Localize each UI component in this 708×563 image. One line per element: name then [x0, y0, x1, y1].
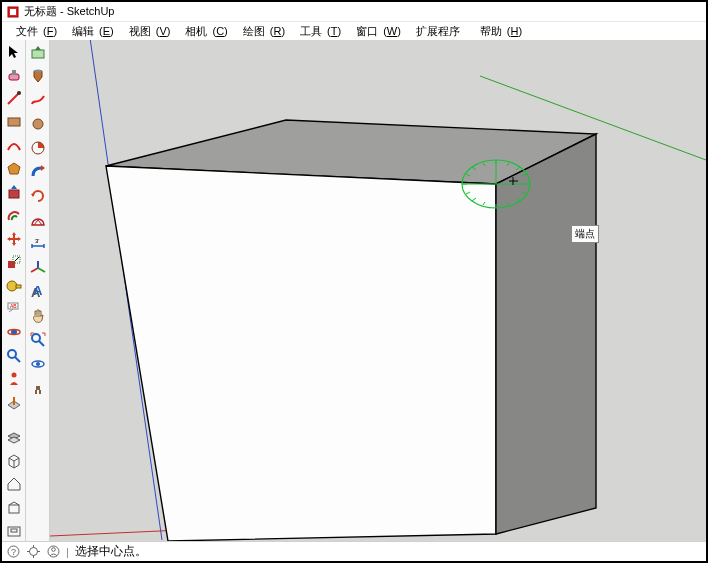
move-tool-icon[interactable]: [4, 229, 24, 248]
svg-point-58: [29, 548, 37, 556]
body: AB 3' AA: [2, 40, 706, 541]
carton-panel-icon[interactable]: [4, 498, 24, 517]
credit-icon[interactable]: [46, 545, 60, 559]
svg-text:A: A: [33, 284, 43, 298]
svg-marker-34: [496, 134, 596, 534]
svg-point-16: [8, 350, 16, 358]
axes-tool-icon[interactable]: [28, 258, 48, 278]
freehand-tool-icon[interactable]: [28, 90, 48, 110]
svg-rect-8: [8, 261, 15, 268]
paint-tool-icon[interactable]: [28, 66, 48, 86]
rectangle-tool-icon[interactable]: [4, 112, 24, 131]
menu-file[interactable]: 文件(F): [6, 24, 62, 39]
select-tool-icon[interactable]: [4, 42, 24, 61]
help-icon[interactable]: ?: [6, 545, 20, 559]
window-title: 无标题 - SketchUp: [24, 4, 114, 19]
3dtext-tool-icon[interactable]: AA: [28, 282, 48, 302]
statusbar: ? | 选择中心点。: [2, 541, 706, 561]
svg-rect-5: [8, 118, 20, 126]
svg-rect-1: [10, 9, 16, 15]
svg-rect-3: [12, 70, 16, 75]
scene-svg: [50, 40, 706, 541]
app-window: 无标题 - SketchUp 文件(F) 编辑(E) 视图(V) 相机(C) 绘…: [0, 0, 708, 563]
orbit-tool-icon[interactable]: [4, 323, 24, 342]
svg-point-22: [34, 70, 42, 73]
svg-point-23: [33, 119, 43, 129]
inference-tooltip: 端点: [571, 225, 599, 243]
circle-tool-icon[interactable]: [28, 114, 48, 134]
menu-ext[interactable]: 扩展程序: [406, 24, 470, 39]
zoom-extents-tool-icon[interactable]: [28, 330, 48, 350]
arc-tool-icon[interactable]: [4, 136, 24, 155]
component-tool-icon[interactable]: [28, 42, 48, 62]
protractor-tool-icon[interactable]: [28, 210, 48, 230]
menu-view[interactable]: 视图(V): [119, 24, 176, 39]
followme-tool-icon[interactable]: [28, 162, 48, 182]
menu-edit[interactable]: 编辑(E): [62, 24, 119, 39]
svg-marker-33: [106, 166, 496, 541]
scale-tool-icon[interactable]: [4, 253, 24, 272]
line-tool-icon[interactable]: [4, 89, 24, 108]
svg-rect-20: [11, 529, 17, 532]
svg-rect-21: [32, 50, 44, 58]
eraser-tool-icon[interactable]: [4, 65, 24, 84]
toolbar-col-2: 3' AA: [26, 40, 50, 541]
tape-tool-icon[interactable]: [4, 276, 24, 295]
menu-window[interactable]: 窗口(W): [346, 24, 406, 39]
cube-model: [106, 120, 596, 541]
svg-text:?: ?: [11, 547, 16, 557]
svg-point-28: [32, 334, 40, 342]
pan-tool-icon[interactable]: [28, 306, 48, 326]
toolbar-col-1: AB: [2, 40, 26, 541]
home-panel-icon[interactable]: [4, 475, 24, 494]
walk-tool-icon[interactable]: [28, 378, 48, 398]
position-camera-tool-icon[interactable]: [4, 369, 24, 388]
viewport[interactable]: 端点: [50, 40, 706, 541]
pushpull-tool-icon[interactable]: [4, 182, 24, 201]
status-text: 选择中心点。: [75, 543, 147, 560]
svg-point-4: [17, 91, 21, 95]
svg-point-64: [51, 548, 55, 552]
svg-point-30: [36, 362, 40, 366]
text-tool-icon[interactable]: AB: [4, 299, 24, 318]
svg-text:AB: AB: [10, 303, 17, 309]
pie-tool-icon[interactable]: [28, 138, 48, 158]
svg-rect-18: [9, 505, 19, 513]
menu-draw[interactable]: 绘图(R): [233, 24, 290, 39]
zoom-tool-icon[interactable]: [4, 346, 24, 365]
layers-panel-icon[interactable]: [4, 428, 24, 447]
register-panel-icon[interactable]: [4, 522, 24, 541]
svg-point-17: [11, 373, 16, 378]
rotate-tool-icon[interactable]: [28, 186, 48, 206]
geolocate-icon[interactable]: [26, 545, 40, 559]
svg-rect-11: [16, 285, 21, 288]
titlebar: 无标题 - SketchUp: [2, 2, 706, 22]
section-tool-icon[interactable]: [4, 393, 24, 412]
dimension-tool-icon[interactable]: 3': [28, 234, 48, 254]
menu-help[interactable]: 帮助(H): [470, 24, 527, 39]
offset-tool-icon[interactable]: [4, 206, 24, 225]
app-icon: [6, 5, 20, 19]
menu-camera[interactable]: 相机(C): [175, 24, 232, 39]
svg-text:3': 3': [35, 238, 39, 244]
svg-rect-7: [9, 190, 19, 198]
menubar: 文件(F) 编辑(E) 视图(V) 相机(C) 绘图(R) 工具(T) 窗口(W…: [2, 22, 706, 40]
polygon-tool-icon[interactable]: [4, 159, 24, 178]
menu-tools[interactable]: 工具(T): [290, 24, 346, 39]
svg-marker-6: [8, 163, 20, 174]
lookaround-tool-icon[interactable]: [28, 354, 48, 374]
box-panel-icon[interactable]: [4, 451, 24, 470]
